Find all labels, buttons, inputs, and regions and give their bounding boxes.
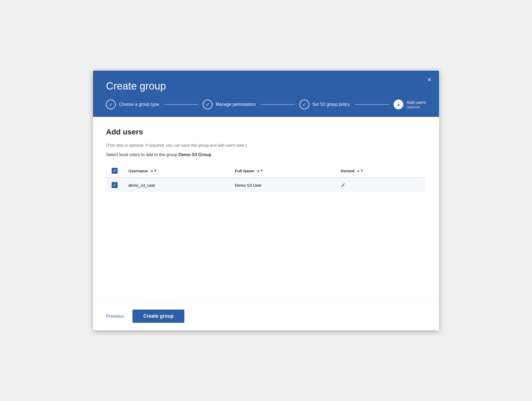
step-set-s3-policy: ✓ Set S3 group policy [300, 100, 350, 109]
denied-col-label: Denied [341, 169, 354, 173]
step-3-circle: ✓ [300, 100, 309, 109]
step-3-label: Set S3 group policy [312, 102, 350, 107]
step-add-users: 4 Add users Optional [394, 100, 426, 109]
select-label: Select local users to add to the group D… [106, 152, 426, 157]
step-4-sublabel: Optional [407, 105, 426, 109]
step-choose-group-type: ✓ Choose a group type [106, 100, 159, 109]
header-denied: Denied ▲▼ [335, 164, 426, 178]
step-1-circle: ✓ [106, 100, 116, 109]
row-checkmark-icon: ✓ [113, 183, 116, 187]
header-fullname: Full Name ▲▼ [230, 164, 335, 178]
step-connector-1 [164, 104, 199, 105]
select-label-prefix: Select local users to add to the group [106, 152, 179, 157]
step-2-circle: ✓ [203, 100, 212, 109]
modal-header: × Create group ✓ Choose a group type ✓ M… [93, 71, 439, 117]
step-2-check-icon: ✓ [206, 102, 210, 107]
users-table: ✓ Username ▲▼ Full Name ▲▼ [106, 164, 426, 192]
row-username: demo_s3_user [123, 178, 230, 192]
step-4-circle: 4 [394, 100, 403, 109]
table-header-row: ✓ Username ▲▼ Full Name ▲▼ [106, 164, 426, 178]
row-fullname: Demo S3 User [230, 178, 335, 192]
row-denied: ✓ [335, 178, 426, 192]
modal-title: Create group [106, 80, 426, 92]
step-4-label: Add users [407, 100, 426, 105]
step-1-label: Choose a group type [119, 102, 159, 107]
step-3-check-icon: ✓ [302, 102, 306, 107]
modal-footer: Previous Create group [93, 302, 439, 330]
step-manage-permissions: ✓ Manage permissions [203, 100, 256, 109]
step-connector-2 [260, 104, 295, 105]
close-button[interactable]: × [427, 76, 431, 83]
optional-note: (This step is optional. If required, you… [106, 143, 426, 147]
step-connector-3 [354, 104, 389, 105]
step-4-number: 4 [397, 102, 400, 107]
group-name: Demo S3 Group [179, 152, 211, 157]
previous-button[interactable]: Previous [106, 311, 124, 322]
modal-body: Add users (This step is optional. If req… [93, 117, 439, 302]
fullname-col-label: Full Name [235, 169, 254, 173]
select-label-suffix: . [211, 152, 212, 157]
stepper: ✓ Choose a group type ✓ Manage permissio… [106, 100, 426, 109]
create-group-modal: × Create group ✓ Choose a group type ✓ M… [93, 71, 439, 330]
step-1-check-icon: ✓ [109, 102, 113, 107]
denied-sort-icon[interactable]: ▲▼ [357, 169, 364, 172]
denied-check-icon: ✓ [341, 182, 345, 188]
row-checkbox-cell: ✓ [106, 178, 123, 192]
select-all-checkbox[interactable]: ✓ [112, 168, 118, 174]
fullname-sort-icon[interactable]: ▲▼ [257, 169, 264, 172]
section-title: Add users [106, 128, 426, 136]
username-sort-icon[interactable]: ▲▼ [150, 169, 157, 172]
header-checkbox-cell: ✓ [106, 164, 123, 178]
step-2-label: Manage permissions [216, 102, 256, 107]
select-all-checkmark-icon: ✓ [113, 169, 116, 173]
header-username: Username ▲▼ [123, 164, 230, 178]
username-col-label: Username [128, 169, 148, 173]
row-checkbox[interactable]: ✓ [112, 182, 118, 188]
table-row: ✓ demo_s3_user Demo S3 User ✓ [106, 178, 426, 192]
create-group-button[interactable]: Create group [132, 310, 184, 323]
